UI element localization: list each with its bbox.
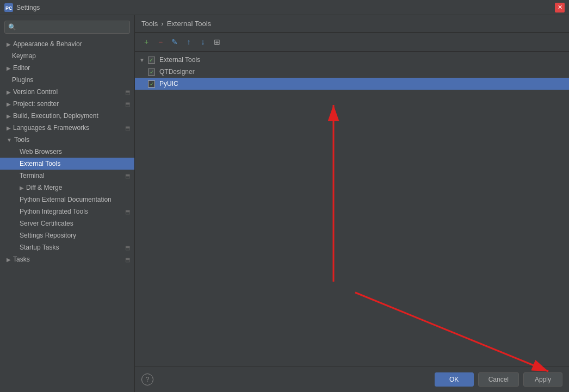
app-icon: PC bbox=[4, 3, 13, 12]
sidebar-item-tools[interactable]: ▼ Tools bbox=[0, 134, 134, 146]
add-button[interactable]: + bbox=[140, 36, 152, 48]
sidebar-item-tasks[interactable]: ▶ Tasks ⬒ bbox=[0, 253, 134, 265]
external-icon-tasks: ⬒ bbox=[125, 257, 130, 263]
content-area: Tools › External Tools + − ✎ ↑ ↓ ⊞ ▼ ✓ E… bbox=[135, 15, 569, 392]
checkbox-pyuic[interactable]: ✓ bbox=[148, 80, 155, 88]
help-button[interactable]: ? bbox=[141, 374, 153, 385]
close-button[interactable]: ✕ bbox=[555, 3, 565, 13]
arrow-icon-vc: ▶ bbox=[7, 89, 11, 95]
arrow-icon-build: ▶ bbox=[7, 113, 11, 119]
external-icon-pit: ⬒ bbox=[125, 209, 130, 215]
breadcrumb: Tools › External Tools bbox=[135, 15, 569, 33]
external-icon-lang: ⬒ bbox=[125, 125, 130, 131]
arrow-icon-tasks: ▶ bbox=[7, 257, 11, 263]
checkbox-external-tools[interactable]: ✓ bbox=[148, 57, 155, 64]
search-box[interactable]: 🔍 bbox=[4, 21, 130, 34]
sidebar-item-version-control[interactable]: ▶ Version Control ⬒ bbox=[0, 86, 134, 98]
window-title: Settings bbox=[16, 4, 555, 11]
tree-arrow-icon: ▼ bbox=[139, 57, 145, 63]
arrow-icon-diff: ▶ bbox=[20, 185, 24, 191]
bottom-left: ? bbox=[141, 374, 153, 385]
sidebar-item-diff-merge[interactable]: ▶ Diff & Merge bbox=[0, 182, 134, 194]
external-icon-startup: ⬒ bbox=[125, 245, 130, 251]
cancel-button[interactable]: Cancel bbox=[478, 372, 519, 387]
sidebar-item-project[interactable]: ▶ Project: sendter ⬒ bbox=[0, 98, 134, 110]
sidebar-item-plugins[interactable]: Plugins bbox=[0, 74, 134, 86]
title-bar: PC Settings ✕ bbox=[0, 0, 569, 15]
sidebar-item-python-ext-doc[interactable]: Python External Documentation bbox=[0, 194, 134, 206]
sidebar-item-build[interactable]: ▶ Build, Execution, Deployment bbox=[0, 110, 134, 122]
toolbar: + − ✎ ↑ ↓ ⊞ bbox=[135, 33, 569, 52]
tree-item-external-tools-group[interactable]: ▼ ✓ External Tools bbox=[135, 54, 569, 66]
search-icon: 🔍 bbox=[8, 23, 16, 31]
tree-item-pyuic[interactable]: ✓ PyUIC bbox=[135, 78, 569, 90]
sidebar-item-appearance[interactable]: ▶ Appearance & Behavior bbox=[0, 38, 134, 50]
arrow-icon-project: ▶ bbox=[7, 101, 11, 107]
apply-button[interactable]: Apply bbox=[523, 372, 562, 387]
copy-button[interactable]: ⊞ bbox=[211, 36, 223, 48]
sidebar-item-web-browsers[interactable]: Web Browsers bbox=[0, 146, 134, 158]
move-down-button[interactable]: ↓ bbox=[197, 36, 209, 48]
sidebar-item-external-tools[interactable]: External Tools bbox=[0, 158, 134, 170]
remove-button[interactable]: − bbox=[154, 36, 166, 48]
sidebar-item-server-certs[interactable]: Server Certificates bbox=[0, 217, 134, 229]
bottom-right: OK Cancel Apply bbox=[435, 372, 562, 387]
arrow-icon: ▶ bbox=[7, 41, 11, 47]
svg-text:PC: PC bbox=[5, 5, 13, 11]
ok-button[interactable]: OK bbox=[435, 372, 474, 387]
sidebar: 🔍 ▶ Appearance & Behavior Keymap ▶ Edito… bbox=[0, 15, 135, 392]
breadcrumb-current: External Tools bbox=[167, 20, 211, 28]
sidebar-item-editor[interactable]: ▶ Editor bbox=[0, 62, 134, 74]
sidebar-item-settings-repo[interactable]: Settings Repository bbox=[0, 229, 134, 241]
tree-area: ▼ ✓ External Tools ✓ QTDesigner ✓ PyUIC bbox=[135, 52, 569, 366]
edit-button[interactable]: ✎ bbox=[169, 36, 181, 48]
sidebar-item-languages[interactable]: ▶ Languages & Frameworks ⬒ bbox=[0, 122, 134, 134]
arrow-icon-editor: ▶ bbox=[7, 65, 11, 71]
external-icon-vc: ⬒ bbox=[125, 89, 130, 95]
external-icon-terminal: ⬒ bbox=[125, 173, 130, 179]
external-icon-project: ⬒ bbox=[125, 101, 130, 107]
main-container: 🔍 ▶ Appearance & Behavior Keymap ▶ Edito… bbox=[0, 15, 569, 392]
arrow-icon-tools: ▼ bbox=[7, 137, 12, 143]
sidebar-item-startup-tasks[interactable]: Startup Tasks ⬒ bbox=[0, 241, 134, 253]
tree-item-qtdesigner[interactable]: ✓ QTDesigner bbox=[135, 66, 569, 78]
bottom-bar: ? OK Cancel Apply bbox=[135, 366, 569, 392]
sidebar-item-keymap[interactable]: Keymap bbox=[0, 50, 134, 62]
breadcrumb-parent: Tools bbox=[141, 20, 158, 28]
sidebar-item-python-int-tools[interactable]: Python Integrated Tools ⬒ bbox=[0, 206, 134, 217]
move-up-button[interactable]: ↑ bbox=[183, 36, 195, 48]
arrow-icon-lang: ▶ bbox=[7, 125, 11, 131]
breadcrumb-separator: › bbox=[161, 20, 163, 28]
sidebar-item-terminal[interactable]: Terminal ⬒ bbox=[0, 170, 134, 182]
checkbox-qtdesigner[interactable]: ✓ bbox=[148, 69, 155, 76]
